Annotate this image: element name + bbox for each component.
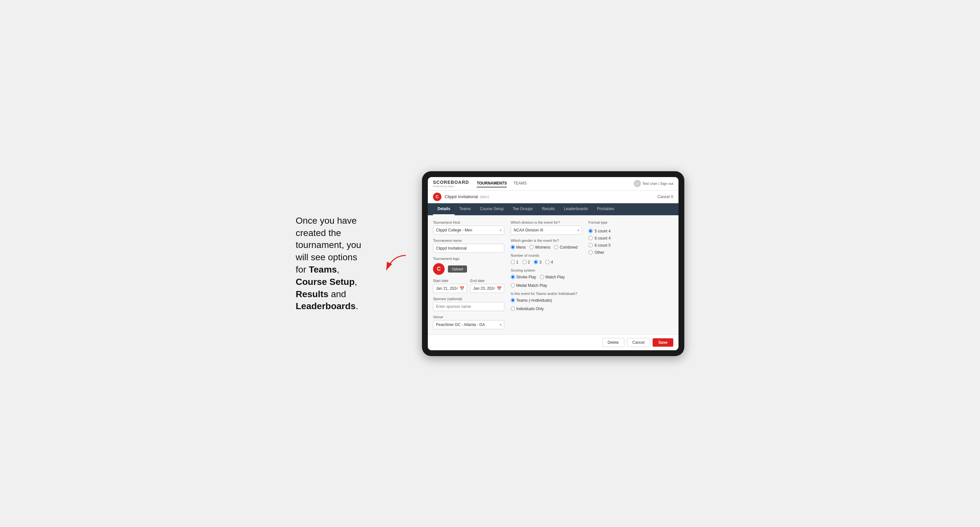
rounds-2[interactable]: 2 (522, 260, 530, 265)
teams-plus-individuals[interactable]: Teams (+Individuals) (511, 298, 552, 303)
gender-combined-radio[interactable] (554, 245, 558, 249)
middle-column: Which division is the event for? NCAA Di… (511, 221, 582, 329)
tab-teams[interactable]: Teams (455, 203, 475, 215)
tournament-host-select-wrapper: Clippd College - Men (433, 225, 504, 235)
format-6count4-label: 6 count 4 (595, 236, 611, 241)
footer-bar: Delete Cancel Save (428, 334, 678, 350)
bold-course-setup: Course Setup (296, 277, 355, 287)
logo-upload-area: C Upload (433, 263, 504, 275)
scoring-stroke-label: Stroke Play (516, 275, 536, 279)
scoring-medal-label: Medal Match Play (516, 283, 547, 288)
nav-tournaments[interactable]: TOURNAMENTS (477, 179, 507, 187)
tab-course-setup[interactable]: Course Setup (476, 203, 508, 215)
division-group: Which division is the event for? NCAA Di… (511, 221, 582, 235)
start-date-label: Start date (433, 279, 467, 283)
upload-button[interactable]: Upload (448, 265, 467, 273)
format-5count4[interactable]: 5 count 4 (589, 229, 673, 233)
rounds-1-label: 1 (516, 260, 519, 265)
tournament-host-select[interactable]: Clippd College - Men (433, 225, 504, 235)
sidebar-description: Once you have created the tournament, yo… (296, 214, 367, 313)
division-select[interactable]: NCAA Division III (511, 225, 582, 235)
start-date-input[interactable] (433, 284, 467, 293)
format-5count4-label: 5 count 4 (595, 229, 611, 233)
individuals-only-label: Individuals Only (516, 306, 544, 311)
tournament-name-input[interactable] (433, 244, 504, 253)
gender-womens-radio[interactable] (530, 245, 534, 249)
scoring-label: Scoring system (511, 268, 582, 272)
scoring-stroke-radio[interactable] (511, 275, 515, 279)
venue-select[interactable]: Peachtree GC - Atlanta - GA (433, 320, 504, 329)
gender-combined[interactable]: Combined (554, 245, 578, 249)
tab-leaderboards[interactable]: Leaderboards (559, 203, 592, 215)
gender-mens-radio[interactable] (511, 245, 515, 249)
tablet-screen: SCOREBOARD Powered by clippd TOURNAMENTS… (428, 177, 678, 350)
rounds-3[interactable]: 3 (534, 260, 541, 265)
user-area: U Test User | Sign out (634, 180, 673, 187)
rounds-label: Number of rounds (511, 254, 582, 257)
rounds-4[interactable]: 4 (546, 260, 553, 265)
format-6count5-radio[interactable] (589, 243, 593, 247)
scoring-medal-radio[interactable] (511, 283, 515, 287)
format-6count4[interactable]: 6 count 4 (589, 236, 673, 241)
nav-teams[interactable]: TEAMS (513, 179, 527, 187)
user-sign-out[interactable]: Test User | Sign out (642, 182, 673, 186)
logo-circle: C (433, 263, 445, 275)
end-date-wrapper: 📅 (470, 284, 504, 293)
gender-womens[interactable]: Womens (530, 245, 550, 249)
tournament-logo-label: Tournament logo (433, 257, 504, 260)
format-type-label: Format type (589, 221, 673, 224)
format-other[interactable]: Other (589, 250, 673, 255)
bold-leaderboards: Leaderboards (296, 301, 356, 311)
end-date-group: End date 📅 (470, 279, 504, 293)
tournament-icon: C (433, 193, 441, 201)
left-column: Tournament Host Clippd College - Men Tou… (433, 221, 504, 329)
rounds-4-radio[interactable] (546, 260, 550, 264)
tab-printables[interactable]: Printables (592, 203, 619, 215)
gender-combined-label: Combined (560, 245, 578, 249)
format-5count4-radio[interactable] (589, 229, 593, 233)
scoring-match[interactable]: Match Play (540, 275, 565, 279)
right-column: Format type 5 count 4 6 count 4 6 cou (589, 221, 673, 329)
format-other-radio[interactable] (589, 250, 593, 254)
rounds-2-radio[interactable] (522, 260, 527, 264)
format-options: 5 count 4 6 count 4 6 count 5 Other (589, 229, 673, 255)
tablet-device: SCOREBOARD Powered by clippd TOURNAMENTS… (422, 171, 684, 356)
dates-row: Start date 📅 End date 📅 (433, 279, 504, 293)
gender-mens-label: Mens (516, 245, 526, 249)
rounds-2-label: 2 (528, 260, 530, 265)
delete-button[interactable]: Delete (602, 338, 624, 347)
format-6count5[interactable]: 6 count 5 (589, 243, 673, 248)
logo-title: SCOREBOARD (433, 179, 469, 185)
rounds-1[interactable]: 1 (511, 260, 519, 265)
individuals-only[interactable]: Individuals Only (511, 306, 544, 311)
tab-tee-groups[interactable]: Tee Groups (508, 203, 537, 215)
logo-subtitle: Powered by clippd (433, 185, 469, 188)
format-6count4-radio[interactable] (589, 236, 593, 240)
scoring-match-radio[interactable] (540, 275, 544, 279)
division-label: Which division is the event for? (511, 221, 582, 224)
cancel-button[interactable]: Cancel (627, 338, 650, 347)
logo-area: SCOREBOARD Powered by clippd (433, 179, 469, 188)
end-date-input[interactable] (470, 284, 504, 293)
tournament-name: Clippd Invitational (445, 194, 478, 199)
scoring-medal-match[interactable]: Medal Match Play (511, 283, 547, 288)
arrow-pointer (380, 252, 409, 275)
save-button[interactable]: Save (652, 338, 673, 347)
individuals-only-radio[interactable] (511, 306, 515, 311)
main-content: Tournament Host Clippd College - Men Tou… (428, 215, 678, 334)
rounds-group: Number of rounds 1 2 (511, 254, 582, 265)
scoring-stroke[interactable]: Stroke Play (511, 275, 536, 279)
gender-mens[interactable]: Mens (511, 245, 526, 249)
rounds-1-radio[interactable] (511, 260, 515, 264)
bold-teams: Teams (309, 265, 337, 275)
tab-results[interactable]: Results (537, 203, 559, 215)
teams-plus-radio[interactable] (511, 298, 515, 302)
rounds-3-radio[interactable] (534, 260, 538, 264)
sponsor-input[interactable] (433, 302, 504, 311)
tab-details[interactable]: Details (433, 203, 455, 215)
header-cancel-button[interactable]: Cancel X (657, 195, 673, 199)
rounds-radio-group: 1 2 3 4 (511, 260, 582, 265)
teams-individuals-label: Is this event for Teams and/or Individua… (511, 292, 582, 295)
scoring-radio-group: Stroke Play Match Play Medal Match Play (511, 275, 582, 288)
scoring-group: Scoring system Stroke Play Match Play (511, 268, 582, 288)
